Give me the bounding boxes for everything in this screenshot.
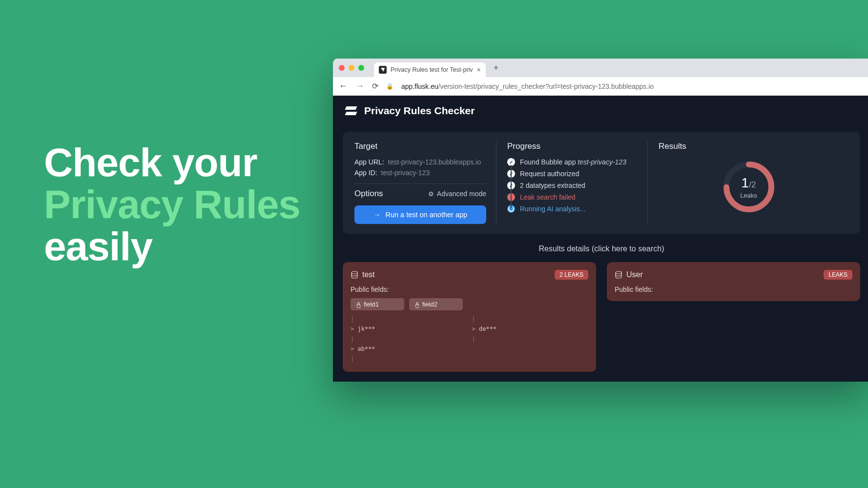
advanced-mode-label: Advanced mode [437,190,486,198]
browser-address-bar: ← → ⟳ 🔒 app.flusk.eu/version-test/privac… [333,77,868,96]
results-details-heading[interactable]: Results details (click here to search) [333,244,868,253]
database-icon [351,271,358,279]
app-id-label: App ID: [354,169,377,177]
results-donut-chart: 1/2 Leaks [722,160,776,214]
close-tab-icon[interactable]: × [477,66,481,74]
options-row: Options ⚙ Advanced mode [354,189,486,199]
advanced-mode-toggle[interactable]: ⚙ Advanced mode [428,190,486,198]
results-heading: Results [659,142,686,151]
progress-heading: Progress [507,142,638,151]
close-window-icon[interactable] [339,65,345,71]
new-tab-button[interactable]: + [490,63,503,73]
app-url-value: test-privacy-123.bubbleapps.io [388,158,481,166]
flusk-logo-icon [345,104,357,117]
target-heading: Target [354,142,486,151]
leak-card-user[interactable]: User LEAKS Public fields: [607,262,860,301]
back-button[interactable]: ← [339,81,348,91]
progress-item: ✓ Request authorized [507,170,638,178]
divider [354,183,486,184]
reload-button[interactable]: ⟳ [372,81,378,91]
arrow-right-icon: → [373,211,381,219]
run-test-label: Run a test on another app [385,211,467,219]
svg-point-2 [351,271,357,274]
hero-line-1: Check your [44,142,300,183]
results-cards: test 2 LEAKS Public fields: A̲ field1 A̲… [343,262,860,372]
progress-list: ✓ Found Bubble app test-privacy-123 ✓ Re… [507,158,638,213]
leaks-badge: 2 LEAKS [555,270,588,280]
lock-icon: 🔒 [386,83,393,90]
gear-icon: ⚙ [428,190,434,198]
maximize-window-icon[interactable] [358,65,364,71]
app-id-row: App ID: test-privacy-123 [354,169,486,177]
url-field[interactable]: app.flusk.eu/version-test/privacy_rules_… [401,82,654,90]
card-name: User [626,270,643,279]
field-chip[interactable]: A̲ field2 [409,298,463,310]
progress-column: Progress ✓ Found Bubble app test-privacy… [496,142,647,224]
public-fields-label: Public fields: [351,285,588,293]
leak-column: | jk*** | ab*** | [351,314,467,364]
leak-card-test[interactable]: test 2 LEAKS Public fields: A̲ field1 A̲… [343,262,596,372]
database-icon [615,271,622,279]
leak-column: | de*** | [472,314,589,364]
leak-samples: | jk*** | ab*** | | de*** | [351,314,588,364]
url-domain: app.flusk.eu [401,82,438,90]
progress-item: ✓ Found Bubble app test-privacy-123 [507,158,638,166]
card-name: test [362,270,375,279]
app-url-row: App URL: test-privacy-123.bubbleapps.io [354,158,486,166]
hero-line-2: Privacy Rules [44,183,300,225]
app-body: Privacy Rules Checker Target App URL: te… [333,96,868,382]
results-column: Results 1/2 Leaks [647,142,848,224]
tab-title: Privacy Rules test for Test-priv [391,66,473,73]
app-url-label: App URL: [354,158,384,166]
svg-point-3 [616,271,621,274]
minimize-window-icon[interactable] [349,65,354,71]
forward-button[interactable]: → [355,81,364,91]
text-icon: A̲ [415,301,419,308]
public-fields-label: Public fields: [615,285,852,293]
progress-item: Running AI analysis... [507,205,638,213]
hero-line-3: easily [44,225,300,267]
browser-tab[interactable]: Privacy Rules test for Test-priv × [374,62,486,77]
progress-connector [511,165,512,208]
target-column: Target App URL: test-privacy-123.bubblea… [354,142,496,224]
app-id-value: test-privacy-123 [381,169,430,177]
app-title: Privacy Rules Checker [364,105,475,117]
progress-item: ! Leak search failed [507,193,638,201]
run-test-button[interactable]: → Run a test on another app [354,205,486,224]
field-chips: A̲ field1 A̲ field2 [351,298,588,310]
hero-headline: Check your Privacy Rules easily [44,142,300,267]
results-ratio: 1/2 [742,175,756,191]
window-controls [339,65,364,71]
progress-item: ✓ 2 datatypes extracted [507,182,638,189]
app-header: Privacy Rules Checker [333,96,868,124]
field-chip[interactable]: A̲ field1 [351,298,404,310]
url-path: /version-test/privacy_rules_checker?url=… [438,82,654,90]
results-label: Leaks [740,192,757,199]
main-panel: Target App URL: test-privacy-123.bubblea… [343,132,860,234]
text-icon: A̲ [356,301,361,308]
browser-tabbar: Privacy Rules test for Test-priv × + [333,59,868,77]
favicon-icon [379,66,387,74]
leaks-badge: LEAKS [824,270,852,280]
browser-window: Privacy Rules test for Test-priv × + ← →… [333,59,868,382]
options-heading: Options [354,189,383,199]
